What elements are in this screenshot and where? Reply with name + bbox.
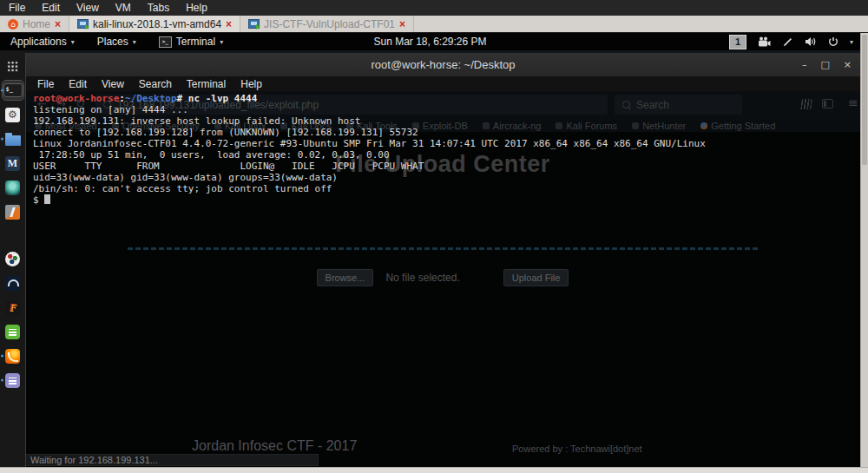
- tab-jis-label: JIS-CTF-VulnUpload-CTF01: [264, 18, 395, 30]
- close-icon[interactable]: ×: [226, 19, 232, 30]
- menu-view[interactable]: View: [76, 2, 99, 14]
- close-icon[interactable]: ×: [399, 19, 405, 30]
- tab-home-label: Home: [23, 18, 50, 30]
- terminal-menu-search[interactable]: Search: [139, 78, 172, 90]
- fern-dock-icon[interactable]: [3, 298, 23, 317]
- terminal-menu-view[interactable]: View: [102, 78, 124, 90]
- running-indicator: [1, 355, 3, 358]
- scanner-dock-icon[interactable]: [3, 249, 23, 268]
- terminal-app-menu[interactable]: >_ Terminal ▾: [159, 36, 223, 48]
- minimize-icon[interactable]: –: [802, 59, 807, 70]
- files-dock-icon[interactable]: [3, 129, 23, 148]
- power-icon[interactable]: [828, 36, 838, 47]
- chevron-down-icon: ▾: [133, 38, 136, 46]
- dock-separator: [3, 227, 23, 244]
- vmware-window: File Edit View VM Tabs Help ⌂ Home × kal…: [0, 0, 868, 473]
- tab-kali-label: kali-linux-2018.1-vm-amd64: [93, 18, 221, 30]
- armitage-dock-icon[interactable]: [3, 178, 23, 197]
- terminal-titlebar[interactable]: root@work-horse: ~/Desktop – □ ×: [26, 53, 860, 77]
- terminal-line: root@work-horse:~/Desktop# nc -lvp 4444: [33, 93, 860, 104]
- terminal-menu-terminal[interactable]: Terminal: [187, 78, 226, 90]
- terminal-window: root@work-horse: ~/Desktop – □ × File Ed…: [25, 53, 860, 467]
- metasploit-dock-icon[interactable]: [3, 154, 23, 173]
- beef-dock-icon[interactable]: [3, 273, 23, 292]
- chevron-down-icon: ▾: [71, 38, 75, 46]
- vmware-tabbar: ⌂ Home × kali-linux-2018.1-vm-amd64 × JI…: [0, 16, 868, 33]
- tab-home[interactable]: ⌂ Home ×: [0, 16, 69, 32]
- vm-monitor-icon: [77, 19, 89, 29]
- armitage-dock-icon: [5, 181, 20, 195]
- burpsuite-dock-icon: [5, 205, 20, 220]
- vertical-scrollbar[interactable]: [860, 33, 868, 467]
- terminal-line: $: [33, 194, 860, 206]
- dock: [0, 50, 25, 467]
- terminal-output[interactable]: root@work-horse:~/Desktop# nc -lvp 4444l…: [26, 91, 860, 467]
- terminal-line: /bin/sh: 0: can't access tty; job contro…: [33, 183, 860, 194]
- notes-dock-icon: [5, 373, 20, 388]
- places-menu[interactable]: Places ▾: [97, 36, 136, 48]
- terminal-title: root@work-horse: ~/Desktop: [371, 58, 515, 71]
- running-indicator: [1, 379, 3, 382]
- tab-jis-ctf-vm[interactable]: JIS-CTF-VulnUpload-CTF01 ×: [240, 16, 414, 32]
- terminal-line: listening on [any] 4444 ...: [33, 104, 860, 115]
- terminal-line: connect to [192.168.199.128] from (UNKNO…: [33, 127, 860, 138]
- terminal-cursor: [44, 194, 50, 204]
- applications-label: Applications: [10, 36, 67, 48]
- close-icon[interactable]: ×: [55, 19, 61, 30]
- running-indicator: [1, 138, 3, 141]
- places-label: Places: [97, 36, 128, 48]
- scrollbar-thumb[interactable]: [862, 35, 867, 165]
- terminal-line: USER TTY FROM LOGIN@ IDLE JCPU PCPU WHAT: [33, 161, 860, 172]
- texteditor-dock-icon[interactable]: [3, 322, 23, 341]
- running-indicator: [1, 89, 3, 92]
- settings-dock-icon: [5, 108, 20, 122]
- settings-dock-icon[interactable]: [3, 105, 23, 124]
- home-icon: ⌂: [8, 19, 18, 30]
- terminal-line: 192.168.199.131: inverse host lookup fai…: [33, 115, 860, 127]
- terminal-menubar: File Edit View Search Terminal Help: [26, 77, 860, 91]
- tab-kali-vm[interactable]: kali-linux-2018.1-vm-amd64 ×: [69, 16, 240, 32]
- menu-vm[interactable]: VM: [115, 2, 131, 14]
- pen-icon[interactable]: [782, 36, 793, 48]
- terminal-line: Linux Jordaninfosec-CTF01 4.4.0-72-gener…: [33, 138, 860, 149]
- terminal-menu-label: Terminal: [176, 36, 215, 48]
- firefox-dock-icon: [5, 349, 20, 364]
- workspace-indicator[interactable]: 1: [729, 35, 746, 49]
- volume-icon[interactable]: [805, 36, 817, 47]
- menu-tabs[interactable]: Tabs: [148, 2, 169, 14]
- terminal-line: uid=33(www-data) gid=33(www-data) groups…: [33, 172, 860, 183]
- terminal-menu-edit[interactable]: Edit: [69, 78, 87, 90]
- show-apps-icon: [7, 61, 18, 72]
- terminal-dock-icon: [3, 83, 23, 97]
- fern-dock-icon: [5, 300, 20, 315]
- menu-help[interactable]: Help: [186, 2, 207, 14]
- kali-top-panel: Applications ▾ Places ▾ >_ Terminal ▾ Su…: [0, 33, 860, 50]
- terminal-menu-file[interactable]: File: [37, 78, 54, 90]
- applications-menu[interactable]: Applications ▾: [10, 36, 75, 48]
- horizontal-scrollbar[interactable]: [0, 467, 868, 473]
- menu-edit[interactable]: Edit: [42, 2, 60, 14]
- chevron-down-icon[interactable]: ▾: [850, 38, 853, 46]
- vm-display: Applications ▾ Places ▾ >_ Terminal ▾ Su…: [0, 33, 860, 467]
- panel-clock[interactable]: Sun Mar 18, 6:29:26 PM: [373, 33, 486, 50]
- chevron-down-icon: ▾: [220, 38, 223, 46]
- files-dock-icon: [5, 135, 21, 146]
- burpsuite-dock-icon[interactable]: [3, 202, 23, 221]
- menu-file[interactable]: File: [9, 2, 25, 14]
- metasploit-dock-icon: [5, 156, 20, 171]
- vmware-menubar: File Edit View VM Tabs Help: [0, 0, 868, 16]
- vm-monitor-icon: [248, 19, 260, 29]
- scanner-dock-icon: [5, 252, 20, 266]
- terminal-line: 17:28:50 up 51 min, 0 users, load averag…: [33, 149, 860, 161]
- terminal-menu-help[interactable]: Help: [240, 78, 262, 90]
- close-icon[interactable]: ×: [844, 59, 852, 70]
- maximize-icon[interactable]: □: [820, 59, 829, 70]
- show-apps-icon[interactable]: [3, 56, 23, 76]
- firefox-dock-icon[interactable]: [3, 346, 23, 365]
- terminal-icon: >_: [159, 36, 172, 48]
- notes-dock-icon[interactable]: [3, 371, 23, 390]
- screen-recorder-icon[interactable]: [758, 36, 771, 47]
- beef-dock-icon: [5, 276, 20, 291]
- terminal-dock-icon[interactable]: [3, 81, 23, 100]
- texteditor-dock-icon: [5, 325, 20, 339]
